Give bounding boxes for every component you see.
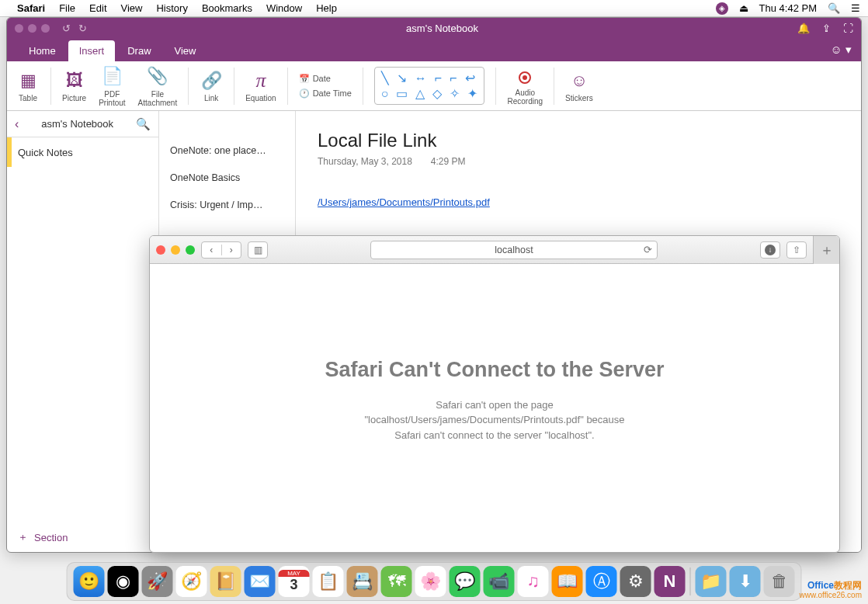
macos-menubar: Safari File Edit View History Bookmarks …: [0, 0, 868, 17]
menu-bookmarks[interactable]: Bookmarks: [202, 2, 252, 14]
menu-list-icon[interactable]: ☰: [851, 2, 860, 14]
menu-help[interactable]: Help: [316, 2, 337, 14]
address-text: localhost: [495, 245, 533, 255]
dock-preferences-icon[interactable]: ⚙: [620, 566, 651, 597]
dock-calendar-icon[interactable]: MAY3: [279, 566, 310, 597]
menu-history[interactable]: History: [156, 2, 187, 14]
insert-equation-button[interactable]: πEquation: [241, 68, 280, 104]
safari-error-page: Safari Can't Connect to the Server Safar…: [150, 264, 839, 443]
dock-messages-icon[interactable]: 💬: [450, 566, 481, 597]
page-item[interactable]: OneNote Basics: [159, 165, 295, 192]
dock-trash-icon[interactable]: 🗑: [764, 566, 795, 597]
sticker-icon: ☺: [571, 69, 588, 92]
dock-siri-icon[interactable]: ◉: [108, 566, 139, 597]
stickers-button[interactable]: ☺Stickers: [561, 68, 598, 104]
window-controls[interactable]: [156, 245, 195, 255]
sidebar-icon: ▥: [254, 245, 262, 255]
feedback-icon[interactable]: ☺ ▾: [831, 43, 861, 61]
insert-file-button[interactable]: 📎File Attachment: [134, 64, 182, 109]
table-icon: ▦: [20, 69, 36, 92]
fullscreen-icon[interactable]: ⛶: [843, 23, 853, 34]
attachment-icon: 📎: [147, 65, 168, 89]
window-controls[interactable]: [15, 24, 50, 33]
share-icon: ⇧: [793, 245, 800, 255]
share-icon[interactable]: ⇪: [822, 23, 831, 34]
dock-notes-icon[interactable]: 📔: [210, 566, 241, 597]
app-menu[interactable]: Safari: [17, 2, 45, 14]
ribbon-insert: ▦Table 🖼Picture 📄PDF Printout 📎File Atta…: [7, 61, 861, 111]
undo-icon[interactable]: ↺: [62, 23, 71, 34]
dock-itunes-icon[interactable]: ♫: [518, 566, 549, 597]
watermark: Office教程网 www.office26.com: [800, 581, 862, 599]
page-date: Thursday, May 3, 2018: [318, 156, 412, 167]
tab-view[interactable]: View: [164, 40, 207, 61]
date-icon: 📅: [299, 74, 310, 84]
download-icon: ↓: [765, 245, 776, 255]
dock-reminders-icon[interactable]: 📋: [313, 566, 344, 597]
notebook-title[interactable]: asm's Notebook: [41, 118, 113, 130]
status-diamond-icon[interactable]: ◈: [716, 2, 728, 15]
menu-window[interactable]: Window: [266, 2, 302, 14]
clock[interactable]: Thu 4:42 PM: [759, 2, 817, 14]
equation-icon: π: [255, 69, 266, 92]
tab-home[interactable]: Home: [18, 40, 67, 61]
tab-draw[interactable]: Draw: [116, 40, 161, 61]
insert-link-button[interactable]: 🔗Link: [195, 68, 227, 104]
file-link[interactable]: /Users/james/Documents/Printouts.pdf: [318, 196, 490, 208]
reload-icon[interactable]: ⟳: [644, 244, 652, 255]
back-icon: ‹: [202, 245, 222, 255]
dock-launchpad-icon[interactable]: 🚀: [142, 566, 173, 597]
share-button[interactable]: ⇧: [786, 241, 807, 259]
dock-ibooks-icon[interactable]: 📖: [552, 566, 583, 597]
insert-date-button[interactable]: 📅Date: [299, 74, 352, 84]
dock-facetime-icon[interactable]: 📹: [484, 566, 515, 597]
search-icon[interactable]: 🔍: [136, 117, 151, 131]
dock-onenote-icon[interactable]: N: [654, 566, 686, 597]
link-icon: 🔗: [201, 69, 222, 92]
new-tab-button[interactable]: ＋: [813, 236, 839, 264]
dock-photos-icon[interactable]: 🌸: [415, 566, 446, 597]
spotlight-icon[interactable]: 🔍: [828, 2, 840, 14]
tab-insert[interactable]: Insert: [68, 40, 116, 61]
nav-back-forward[interactable]: ‹›: [201, 241, 241, 259]
menu-view[interactable]: View: [121, 2, 143, 14]
dock-mail-icon[interactable]: ✉️: [245, 566, 276, 597]
menu-file[interactable]: File: [59, 2, 75, 14]
shapes-gallery[interactable]: ╲↘↔⌐⌐↩ ○▭△◇✧✦: [374, 67, 485, 104]
macos-dock: 🙂 ◉ 🚀 🧭 📔 ✉️ MAY3 📋 📇 🗺 🌸 💬 📹 ♫ 📖 Ⓐ ⚙ N …: [67, 562, 802, 601]
datetime-icon: 🕐: [299, 89, 310, 99]
ribbon-tabs: Home Insert Draw View ☺ ▾: [7, 38, 861, 61]
section-color-bar: [7, 137, 12, 167]
back-icon[interactable]: ‹: [15, 117, 19, 131]
page-title[interactable]: Local File Link: [318, 130, 839, 151]
page-item[interactable]: OneNote: one place…: [159, 137, 295, 165]
notification-icon[interactable]: 🔔: [797, 23, 810, 34]
redo-icon[interactable]: ↻: [78, 23, 87, 34]
dock-downloads-icon[interactable]: ⬇: [730, 566, 761, 597]
sidebar-button[interactable]: ▥: [248, 241, 268, 259]
page-item[interactable]: Crisis: Urgent / Imp…: [159, 192, 295, 219]
airplay-icon[interactable]: ⏏: [739, 2, 748, 14]
insert-pdf-button[interactable]: 📄PDF Printout: [94, 64, 130, 109]
notebook-column: ‹ asm's Notebook 🔍 Quick Notes ＋Section: [7, 111, 159, 552]
pdf-icon: 📄: [102, 65, 123, 89]
dock-safari-icon[interactable]: 🧭: [176, 566, 207, 597]
insert-table-button[interactable]: ▦Table: [12, 68, 44, 104]
section-quick-notes[interactable]: Quick Notes: [7, 137, 158, 168]
dock-folder-icon[interactable]: 📁: [696, 566, 727, 597]
address-bar[interactable]: localhost ⟳: [370, 241, 658, 259]
onenote-titlebar: ↺ ↻ asm's Notebook 🔔 ⇪ ⛶: [7, 18, 861, 38]
audio-recording-button[interactable]: Audio Recording: [502, 65, 547, 107]
insert-datetime-button[interactable]: 🕐Date Time: [299, 89, 352, 99]
menu-edit[interactable]: Edit: [89, 2, 106, 14]
downloads-button[interactable]: ↓: [760, 241, 780, 259]
plus-icon: ＋: [18, 530, 28, 544]
dock-maps-icon[interactable]: 🗺: [381, 566, 412, 597]
page-time: 4:29 PM: [431, 156, 466, 167]
error-heading: Safari Can't Connect to the Server: [196, 357, 793, 384]
dock-finder-icon[interactable]: 🙂: [74, 566, 105, 597]
add-section-button[interactable]: ＋Section: [7, 522, 158, 552]
dock-contacts-icon[interactable]: 📇: [347, 566, 378, 597]
insert-picture-button[interactable]: 🖼Picture: [57, 68, 91, 104]
dock-appstore-icon[interactable]: Ⓐ: [586, 566, 617, 597]
